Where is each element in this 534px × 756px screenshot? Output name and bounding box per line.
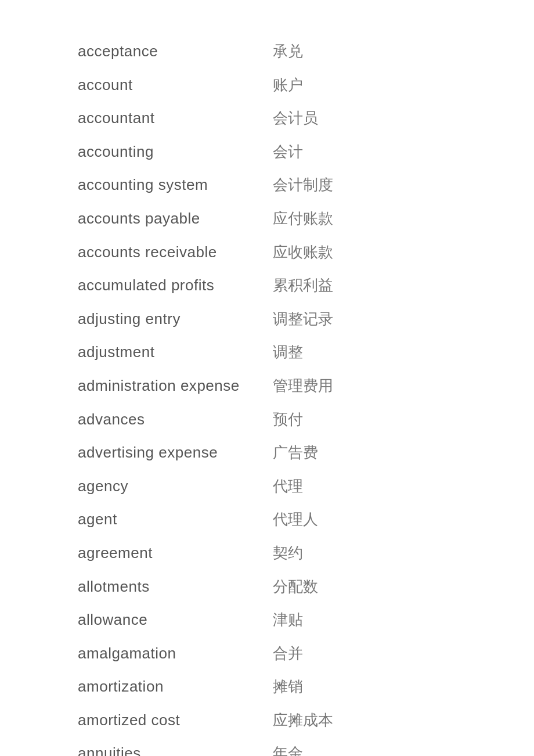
chinese-term: 分配数	[273, 575, 318, 599]
chinese-term: 代理	[273, 474, 303, 499]
english-term: amortization	[78, 675, 264, 699]
list-item: accounts receivable应收账款	[78, 236, 456, 269]
chinese-term: 累积利益	[273, 273, 333, 298]
chinese-term: 契约	[273, 541, 303, 566]
list-item: accounting会计	[78, 135, 456, 169]
english-term: agent	[78, 507, 264, 532]
chinese-term: 摊销	[273, 675, 303, 699]
chinese-term: 调整记录	[273, 307, 333, 332]
chinese-term: 应付账款	[273, 207, 333, 231]
list-item: accounting system会计制度	[78, 168, 456, 202]
list-item: advertising expense广告费	[78, 436, 456, 470]
list-item: adjusting entry调整记录	[78, 303, 456, 336]
chinese-term: 预付	[273, 408, 303, 432]
chinese-term: 代理人	[273, 507, 318, 532]
chinese-term: 应摊成本	[273, 708, 333, 733]
chinese-term: 承兑	[273, 39, 303, 64]
english-term: administration expense	[78, 374, 264, 398]
english-term: accountant	[78, 106, 264, 131]
list-item: agency代理	[78, 470, 456, 503]
list-item: acceptance承兑	[78, 35, 456, 69]
list-item: allowance津贴	[78, 603, 456, 637]
english-term: accumulated profits	[78, 273, 264, 298]
chinese-term: 合并	[273, 642, 303, 666]
list-item: administration expense管理费用	[78, 369, 456, 403]
chinese-term: 年金	[273, 741, 303, 756]
chinese-term: 津贴	[273, 608, 303, 632]
list-item: agreement契约	[78, 537, 456, 570]
glossary-list: acceptance承兑account账户accountant会计员accoun…	[78, 35, 456, 756]
list-item: accountant会计员	[78, 102, 456, 135]
chinese-term: 管理费用	[273, 374, 333, 398]
list-item: accumulated profits累积利益	[78, 269, 456, 303]
chinese-term: 调整	[273, 340, 303, 365]
list-item: amortized cost应摊成本	[78, 704, 456, 737]
chinese-term: 账户	[273, 73, 303, 98]
english-term: accounting	[78, 140, 264, 164]
list-item: advances预付	[78, 403, 456, 437]
list-item: amortization摊销	[78, 670, 456, 704]
english-term: amalgamation	[78, 642, 264, 666]
english-term: agency	[78, 474, 264, 499]
english-term: accounts receivable	[78, 240, 264, 265]
list-item: amalgamation合并	[78, 637, 456, 671]
english-term: account	[78, 73, 264, 98]
english-term: agreement	[78, 541, 264, 566]
chinese-term: 会计制度	[273, 173, 333, 197]
chinese-term: 应收账款	[273, 240, 333, 265]
english-term: acceptance	[78, 39, 264, 64]
chinese-term: 广告费	[273, 441, 318, 465]
english-term: adjustment	[78, 340, 264, 365]
english-term: accounting system	[78, 173, 264, 197]
english-term: amortized cost	[78, 708, 264, 733]
english-term: advances	[78, 408, 264, 432]
list-item: annuities年金	[78, 737, 456, 756]
english-term: annuities	[78, 741, 264, 756]
english-term: advertising expense	[78, 441, 264, 465]
list-item: agent代理人	[78, 503, 456, 537]
list-item: adjustment调整	[78, 336, 456, 369]
english-term: adjusting entry	[78, 307, 264, 332]
list-item: allotments分配数	[78, 570, 456, 604]
english-term: accounts payable	[78, 207, 264, 231]
list-item: account账户	[78, 69, 456, 102]
english-term: allowance	[78, 608, 264, 632]
list-item: accounts payable应付账款	[78, 202, 456, 236]
chinese-term: 会计	[273, 140, 303, 164]
english-term: allotments	[78, 575, 264, 599]
chinese-term: 会计员	[273, 106, 318, 131]
